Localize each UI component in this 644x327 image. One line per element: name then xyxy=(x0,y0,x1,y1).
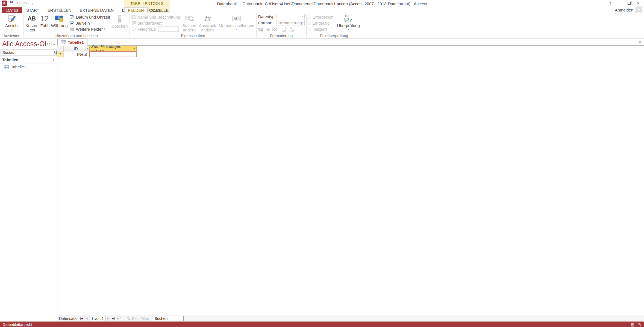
section-collapse-icon[interactable]: » xyxy=(52,59,56,61)
filter-status[interactable]: Kein Filter xyxy=(127,316,149,321)
fx-icon: fx xyxy=(204,16,211,21)
number-button[interactable]: 12 Zahl xyxy=(39,13,49,28)
document-tab-tabelle1[interactable]: Tabelle1 xyxy=(57,39,87,46)
quick-access-toolbar: A ↶▾ ↷▾ ▾ xyxy=(2,1,34,6)
shutter-bar-close-button[interactable]: « xyxy=(53,42,55,46)
delete-button[interactable]: Löschen xyxy=(111,13,129,28)
window-title: Datenbank1 : Datenbank- C:\Users\User\Do… xyxy=(217,1,427,6)
nav-item-label: Tabelle1 xyxy=(11,65,26,69)
format-value: Formatierung xyxy=(278,21,302,25)
short-text-button[interactable]: AB Kurzer Text xyxy=(24,13,39,32)
short-text-icon: AB xyxy=(27,16,36,21)
next-record-button[interactable]: ▶ xyxy=(106,317,111,320)
help-button[interactable]: ? xyxy=(606,0,615,7)
format-dropdown[interactable]: Formatierung ▾ xyxy=(276,20,305,25)
nav-section-label: Tabellen xyxy=(2,57,53,62)
indexed-label: Indiziert xyxy=(313,27,327,31)
currency-icon xyxy=(55,14,64,24)
customize-qat-button[interactable]: ▾ xyxy=(31,2,34,5)
unique-checkbox-row[interactable]: Eindeutig xyxy=(307,20,334,26)
unique-checkbox[interactable] xyxy=(307,21,311,25)
ribbon-group-hinzufuegen-loeschen: AB Kurzer Text 12 Zahl xyxy=(23,13,130,38)
close-button[interactable]: × xyxy=(634,0,643,7)
nav-pane-title: Alle Access-Obj... xyxy=(2,40,46,48)
delete-label: Löschen xyxy=(112,24,128,28)
tab-tabelle[interactable]: TABELLE xyxy=(148,7,172,13)
user-avatar-icon[interactable] xyxy=(636,7,642,13)
active-cell[interactable] xyxy=(89,51,137,57)
datasheet-view-icon xyxy=(8,14,16,24)
currency-button[interactable]: Währung xyxy=(50,13,69,28)
currency-format-icon[interactable] xyxy=(258,28,264,31)
name-caption-button[interactable]: Name und Beschriftung xyxy=(130,14,181,20)
nav-pane-menu-button[interactable]: ▾ xyxy=(47,42,52,46)
validation-caret-icon: ▾ xyxy=(348,28,349,31)
save-icon[interactable] xyxy=(10,1,14,5)
nav-item-tabelle1[interactable]: Tabelle1 xyxy=(0,63,57,70)
id-cell-new[interactable]: (Neu) xyxy=(64,51,89,57)
date-time-label: Datum und Uhrzeit xyxy=(76,15,110,19)
datatype-dropdown[interactable]: ▾ xyxy=(276,14,305,19)
datasheet-view-switch-icon[interactable]: ▦ xyxy=(631,322,634,327)
first-record-button[interactable]: |◀ xyxy=(79,317,84,320)
restore-button[interactable] xyxy=(624,0,634,7)
nav-search-input[interactable] xyxy=(1,50,54,55)
design-view-switch-icon[interactable]: ✎ xyxy=(638,322,641,327)
sign-in-area[interactable]: Anmelden xyxy=(615,7,642,13)
filter-label: Kein Filter xyxy=(132,316,149,321)
yes-no-button[interactable]: Ja/Nein xyxy=(69,20,111,26)
undo-caret-icon: ▾ xyxy=(20,1,21,5)
tab-start[interactable]: START xyxy=(22,7,43,13)
field-size-button[interactable]: Feldgröße xyxy=(130,26,181,32)
nav-section-tabellen[interactable]: Tabellen » xyxy=(0,56,57,63)
memo-settings-button[interactable]: ab| Memoeinstellungen ▾ xyxy=(217,13,256,31)
indexed-checkbox-row[interactable]: Indiziert xyxy=(307,26,334,32)
required-checkbox-row[interactable]: Erforderlich xyxy=(307,14,334,20)
group-label-ansichten: Ansichten xyxy=(1,34,23,38)
tab-felder[interactable]: FELDER xyxy=(124,7,148,13)
column-header-add-field[interactable]: Zum Hinzufügen klicken ▾ xyxy=(89,46,137,51)
redo-button[interactable]: ↷▾ xyxy=(24,1,29,5)
column-header-id[interactable]: ID ▾ xyxy=(64,46,89,51)
new-record-selector[interactable]: * xyxy=(57,51,64,57)
minimize-button[interactable]: – xyxy=(615,0,624,7)
modify-expression-label-1: Ausdruck xyxy=(199,24,216,28)
short-text-label-1: Kurzer xyxy=(25,24,37,28)
percent-format-icon[interactable]: % xyxy=(266,27,270,32)
sign-in-label[interactable]: Anmelden xyxy=(615,8,633,12)
format-icons-separator xyxy=(279,27,279,32)
record-navigator: Datensatz: |◀ ◀ 1 von 1 ▶ ▶| ▶* Kein Fil… xyxy=(57,315,644,322)
select-all-corner-cell[interactable] xyxy=(57,46,64,51)
nav-search-icon[interactable] xyxy=(54,49,58,56)
validation-button[interactable]: ✓ Überprüfung ▾ xyxy=(336,13,361,31)
field-size-input[interactable] xyxy=(158,26,179,32)
view-button[interactable]: Ansicht ▾ xyxy=(4,13,20,31)
new-record-button[interactable]: ▶* xyxy=(116,317,122,320)
tab-datei[interactable]: DATEI xyxy=(2,7,22,13)
decrease-decimals-icon[interactable]: .00→,0 xyxy=(289,27,294,32)
thousands-format-icon[interactable]: 000 xyxy=(272,28,277,31)
record-position-box[interactable]: 1 von 1 xyxy=(90,316,105,321)
close-document-icon[interactable]: × xyxy=(639,40,641,44)
number-icon: 12 xyxy=(40,16,48,21)
memo-settings-icon: ab| xyxy=(232,16,241,21)
modify-expression-button[interactable]: fx Ausdruck ändern xyxy=(198,13,217,32)
title-bar: TABELLENTOOLS A ↶▾ ↷▾ ▾ Datenbank1 : Dat… xyxy=(0,0,644,7)
increase-decimals-icon[interactable]: ←.0,00 xyxy=(281,27,286,32)
more-fields-button[interactable]: Weitere Felder ▾ xyxy=(69,26,111,32)
required-checkbox[interactable] xyxy=(307,15,311,19)
add-field-dropdown-icon[interactable]: ▾ xyxy=(133,47,135,50)
undo-button[interactable]: ↶▾ xyxy=(16,1,21,5)
previous-record-button[interactable]: ◀ xyxy=(84,317,89,320)
default-value-button[interactable]: Standardwert xyxy=(130,20,181,26)
record-search-input[interactable] xyxy=(153,316,184,321)
id-cell-value: (Neu) xyxy=(77,52,87,57)
modify-lookups-button[interactable]: Suchen ändern xyxy=(181,13,198,32)
date-time-button[interactable]: Datum und Uhrzeit xyxy=(69,14,111,20)
indexed-checkbox[interactable] xyxy=(307,27,311,31)
tab-erstellen[interactable]: ERSTELLEN xyxy=(43,7,76,13)
id-column-dropdown-icon[interactable]: ▾ xyxy=(87,47,88,50)
tab-externe-daten[interactable]: EXTERNE DATEN xyxy=(75,7,118,13)
access-app-icon[interactable]: A xyxy=(2,1,7,6)
last-record-button[interactable]: ▶| xyxy=(111,317,116,320)
